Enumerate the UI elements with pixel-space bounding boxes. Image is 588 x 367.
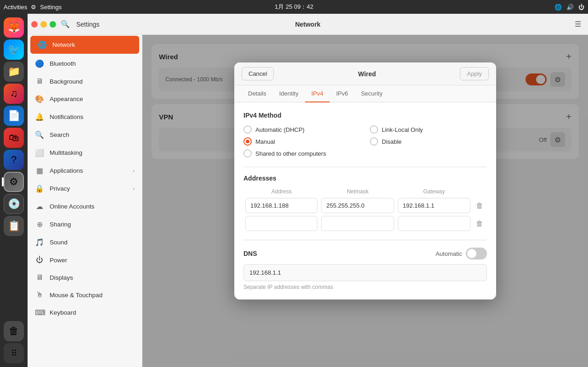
maximize-button[interactable] xyxy=(50,21,56,28)
topbar-app-name: Settings xyxy=(40,4,62,11)
notifications-icon: 🔔 xyxy=(35,113,44,121)
dock-item-disc[interactable]: 💿 xyxy=(4,194,24,214)
power-sidebar-icon: ⏻ xyxy=(35,256,44,264)
radio-shared[interactable]: Shared to other computers xyxy=(243,149,361,158)
cancel-button[interactable]: Cancel xyxy=(242,67,274,80)
radio-link-local-label: Link-Local Only xyxy=(382,126,423,133)
dock-item-apps[interactable]: ⠿ xyxy=(4,343,24,363)
sound-icon: 🎵 xyxy=(35,238,44,247)
address-input-2[interactable] xyxy=(245,216,317,231)
sidebar-item-search[interactable]: 🔍 Search xyxy=(28,126,142,144)
sidebar-item-multitasking[interactable]: ⬜ Multitasking xyxy=(28,144,142,162)
netmask-input-1[interactable] xyxy=(321,198,394,213)
gateway-input-1[interactable] xyxy=(398,198,470,213)
col-address: Address xyxy=(243,186,319,197)
ipv4-method-title: IPv4 Method xyxy=(243,112,487,119)
tab-ipv4[interactable]: IPv4 xyxy=(305,85,330,102)
address-row-1: 🗑 xyxy=(243,197,487,215)
topbar: Activities ⚙ Settings 1月 25 09：42 🌐 🔊 ⏻ xyxy=(0,0,588,14)
search-sidebar-icon: 🔍 xyxy=(35,130,44,139)
sidebar-item-mouse[interactable]: 🖱 Mouse & Touchpad xyxy=(28,286,142,304)
sidebar-item-displays[interactable]: 🖥 Displays xyxy=(28,269,142,286)
sidebar-label-notifications: Notifications xyxy=(50,113,84,120)
topbar-right: 🌐 🔊 ⏻ xyxy=(554,4,584,11)
tab-details[interactable]: Details xyxy=(242,85,273,102)
sidebar-item-applications[interactable]: ▦ Applications › xyxy=(28,162,142,180)
dock-item-thunderbird[interactable]: 🐦 xyxy=(4,40,24,60)
radio-shared-label: Shared to other computers xyxy=(255,150,326,157)
settings-body: 🌐 Network 🔵 Bluetooth 🖥 Background 🎨 App… xyxy=(28,35,588,367)
tab-ipv6[interactable]: IPv6 xyxy=(330,85,355,102)
radio-link-local[interactable]: Link-Local Only xyxy=(370,125,487,134)
dock: 🦊 🐦 📁 ♫ 📄 🛍 ? ⚙ 💿 📋 🗑 ⠿ xyxy=(0,14,28,367)
wired-dialog: Cancel Wired Apply Details Identity IPv4… xyxy=(234,62,496,299)
sidebar-item-online-accounts[interactable]: ☁ Online Accounts xyxy=(28,198,142,215)
dns-input[interactable] xyxy=(243,264,487,281)
address-input-1[interactable] xyxy=(245,198,317,213)
dock-item-rhythmbox[interactable]: ♫ xyxy=(4,84,24,104)
sharing-icon: ⊕ xyxy=(35,220,44,229)
dns-header: DNS Automatic xyxy=(243,248,487,260)
keyboard-icon: ⌨ xyxy=(35,308,44,317)
dock-item-writer[interactable]: 📄 xyxy=(4,106,24,126)
sidebar-item-notifications[interactable]: 🔔 Notifications xyxy=(28,108,142,126)
displays-icon: 🖥 xyxy=(35,273,44,282)
sidebar-item-sound[interactable]: 🎵 Sound xyxy=(28,233,142,251)
sidebar-item-sharing[interactable]: ⊕ Sharing xyxy=(28,215,142,233)
dns-auto-toggle[interactable] xyxy=(466,248,487,260)
dock-item-settings[interactable]: ⚙ xyxy=(4,172,24,192)
dns-title: DNS xyxy=(243,250,257,257)
sidebar-label-online-accounts: Online Accounts xyxy=(50,203,95,210)
radio-disable-label: Disable xyxy=(382,138,401,145)
sidebar-item-power[interactable]: ⏻ Power xyxy=(28,251,142,269)
sidebar-item-bluetooth[interactable]: 🔵 Bluetooth xyxy=(28,55,142,73)
dock-item-software[interactable]: 🛍 xyxy=(4,128,24,148)
sidebar-label-sound: Sound xyxy=(50,239,68,246)
sidebar-item-appearance[interactable]: 🎨 Appearance xyxy=(28,90,142,108)
address-table: Address Netmask Gateway xyxy=(243,186,487,232)
dock-item-firefox[interactable]: 🦊 xyxy=(4,17,24,38)
sidebar-label-applications: Applications xyxy=(50,167,83,174)
divider xyxy=(243,167,487,167)
tab-security[interactable]: Security xyxy=(355,85,389,102)
radio-manual[interactable]: Manual xyxy=(243,137,361,146)
delete-row-1-button[interactable]: 🗑 xyxy=(474,200,485,212)
modal-header: Cancel Wired Apply xyxy=(234,62,496,85)
sidebar-item-keyboard[interactable]: ⌨ Keyboard xyxy=(28,304,142,322)
topbar-left: Activities ⚙ Settings xyxy=(4,4,62,11)
gateway-input-2[interactable] xyxy=(398,216,470,231)
dock-item-manager[interactable]: 📋 xyxy=(4,216,24,236)
delete-row-2-button[interactable]: 🗑 xyxy=(474,218,485,230)
mouse-icon: 🖱 xyxy=(35,291,44,299)
activities-button[interactable]: Activities xyxy=(4,4,27,11)
close-button[interactable] xyxy=(31,21,38,28)
radio-dhcp[interactable]: Automatic (DHCP) xyxy=(243,125,361,134)
content-area: Wired + Connected - 1000 Mb/s ⚙ xyxy=(142,35,588,367)
apply-button[interactable]: Apply xyxy=(460,67,489,80)
col-netmask: Netmask xyxy=(319,186,396,197)
network-icon: 🌐 xyxy=(38,40,47,49)
menu-icon[interactable]: ☰ xyxy=(571,18,584,31)
minimize-button[interactable] xyxy=(40,21,47,28)
dock-item-trash[interactable]: 🗑 xyxy=(4,321,24,341)
multitasking-icon: ⬜ xyxy=(35,148,44,157)
radio-disable[interactable]: Disable xyxy=(370,137,487,146)
sidebar-item-network[interactable]: 🌐 Network xyxy=(30,36,139,54)
radio-link-local-circle xyxy=(370,125,378,134)
dock-item-files[interactable]: 📁 xyxy=(4,62,24,82)
sidebar-label-search: Search xyxy=(50,131,69,138)
search-icon[interactable]: 🔍 xyxy=(59,18,72,31)
dock-item-help[interactable]: ? xyxy=(4,150,24,170)
sidebar-item-background[interactable]: 🖥 Background xyxy=(28,73,142,90)
tab-identity[interactable]: Identity xyxy=(273,85,305,102)
sidebar-label-keyboard: Keyboard xyxy=(50,309,76,316)
addresses-title: Addresses xyxy=(243,175,487,182)
sidebar-item-privacy[interactable]: 🔒 Privacy › xyxy=(28,180,142,198)
modal-title: Wired xyxy=(274,70,460,78)
sidebar-label-network: Network xyxy=(52,41,75,48)
sidebar-label-bluetooth: Bluetooth xyxy=(50,60,76,67)
chevron-right-icon: › xyxy=(133,168,135,174)
netmask-input-2[interactable] xyxy=(321,216,394,231)
topbar-app-icon: ⚙ xyxy=(31,4,36,11)
sidebar: 🌐 Network 🔵 Bluetooth 🖥 Background 🎨 App… xyxy=(28,35,142,367)
